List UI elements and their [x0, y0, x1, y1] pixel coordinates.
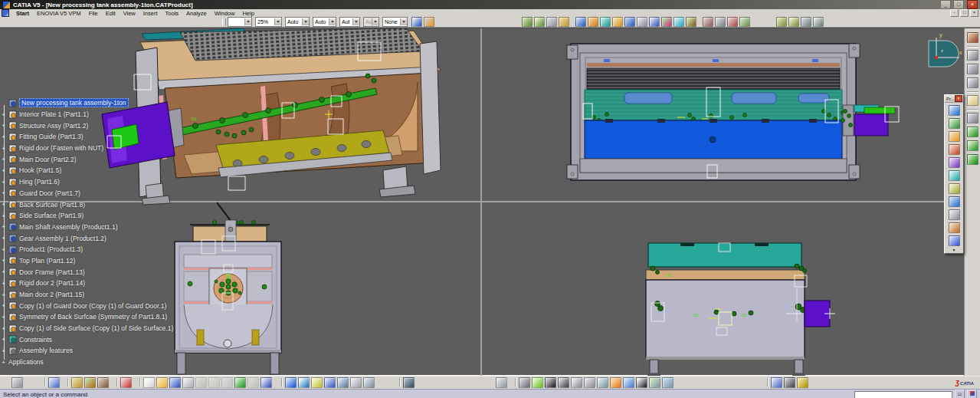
grid-icon[interactable] — [120, 377, 132, 388]
save-icon[interactable] — [169, 377, 181, 388]
tree-item-label[interactable]: Interior Plate 1 (Part1.1) — [19, 110, 89, 118]
tree-item[interactable]: +Door Frame (Part1.13) — [0, 266, 173, 278]
menu-help[interactable]: Help — [238, 10, 257, 17]
fly-mode-icon[interactable] — [967, 32, 978, 43]
table-view-icon[interactable] — [649, 17, 660, 27]
drop-icon[interactable] — [600, 17, 611, 27]
design-table-icon[interactable] — [324, 377, 336, 388]
menu-file[interactable]: File — [85, 10, 102, 17]
tree-item-label[interactable]: Main Door (Part2.2) — [19, 156, 77, 163]
orange-box-icon[interactable] — [588, 17, 598, 27]
tree-item-label[interactable]: Guard Door (Part1.7) — [19, 189, 80, 197]
tree-item[interactable]: +Side Surface (Part1.9) — [0, 210, 173, 222]
update-icon[interactable] — [496, 377, 507, 388]
selective-load-icon[interactable] — [949, 209, 960, 220]
fly-through-icon[interactable] — [519, 377, 530, 388]
tree-item[interactable]: +Main door 2 (Part1.15) — [0, 289, 173, 301]
tree-expand-icon[interactable]: + — [1, 347, 6, 354]
help-what-icon[interactable] — [261, 377, 272, 388]
chevron-down-icon[interactable] — [352, 18, 359, 25]
pen-icon[interactable] — [575, 17, 586, 27]
minimize-button[interactable]: _ — [940, 0, 951, 9]
fit-all-in-icon[interactable] — [532, 377, 543, 388]
tree-item[interactable]: +Top Plan (Part1.12) — [0, 255, 173, 267]
tree-item[interactable]: +Hook (Part1.5) — [0, 165, 173, 176]
multi-view-2-icon[interactable] — [662, 377, 674, 388]
tree-item-label[interactable]: Copy (1) of Guard Door (Copy (1) of Guar… — [19, 302, 166, 310]
rotate-icon[interactable] — [558, 377, 569, 388]
browser-icon[interactable] — [534, 17, 545, 27]
cube-orange-icon[interactable] — [610, 377, 621, 388]
tree-expand-icon[interactable]: + — [1, 268, 6, 275]
tree-item[interactable]: +Hing (Part1.6) — [0, 176, 173, 188]
formula-icon[interactable] — [285, 377, 297, 388]
tree-expand-icon[interactable]: + — [1, 189, 6, 196]
named-view-1-icon[interactable] — [967, 50, 978, 61]
tree-expand-icon[interactable]: + — [1, 133, 6, 140]
existing-positioned-icon[interactable] — [949, 157, 960, 168]
expand-status-button[interactable]: ⊡ — [955, 390, 965, 398]
maximize-button[interactable]: □ — [953, 0, 964, 9]
print-icon[interactable] — [182, 377, 194, 388]
manage-representations-icon[interactable] — [949, 222, 960, 233]
isometric-cube-icon[interactable] — [623, 377, 634, 388]
palette-title-bar[interactable]: Pr... × — [945, 95, 963, 103]
person-icon[interactable] — [97, 377, 109, 388]
cut-icon[interactable] — [195, 377, 207, 388]
select-cursor-icon[interactable] — [967, 95, 978, 106]
measure-icon[interactable] — [771, 377, 782, 388]
graph-tree-reorder-icon[interactable] — [949, 183, 960, 194]
tree-item-label[interactable]: Structure Assy (Part1.2) — [19, 122, 88, 130]
tree-expand-icon[interactable]: + — [1, 223, 6, 230]
tree-item-label[interactable]: Top Plan (Part1.12) — [19, 257, 75, 265]
tree-item[interactable]: +Interior Plate 1 (Part1.1) — [0, 109, 173, 120]
wizard-brush-icon[interactable] — [424, 17, 434, 27]
tree-item-label[interactable]: Back Surfcae (Part1.8) — [19, 201, 85, 209]
viewport-front-model[interactable] — [175, 202, 281, 374]
walk-green-3-icon[interactable] — [967, 154, 978, 165]
tree-item-label[interactable]: Constraints — [19, 336, 52, 344]
chevron-down-icon[interactable] — [400, 18, 407, 25]
tree-item[interactable]: +Rigid door (Fasten with NUT) — [0, 143, 173, 154]
tree-item[interactable]: +Product1 (Product1.3) — [0, 244, 173, 255]
tree-expand-icon[interactable]: + — [1, 325, 6, 332]
tree-item[interactable]: +Symmetry of Back Surfcae (Symmetry of P… — [0, 311, 173, 323]
tree-expand-icon[interactable]: + — [1, 179, 6, 186]
viewport-rear-model[interactable]: -50 -50 -50 — [646, 243, 835, 376]
view-compass[interactable]: y x z — [929, 32, 962, 67]
tree-expand-icon[interactable]: + — [1, 212, 6, 219]
tree-item[interactable]: +Main Door (Part2.2) — [0, 153, 173, 165]
knowledge-status-button[interactable] — [967, 390, 977, 398]
tree-expand-icon[interactable]: + — [1, 280, 6, 287]
zoom-in-icon[interactable] — [571, 377, 582, 388]
named-view-3-icon[interactable] — [967, 77, 978, 88]
chevron-down-icon[interactable] — [244, 18, 251, 25]
bulb-icon[interactable] — [311, 377, 323, 388]
tree-expand-icon[interactable]: + — [1, 111, 6, 118]
shading-cube-icon[interactable] — [636, 377, 647, 388]
walk-green-1-icon[interactable] — [967, 127, 978, 137]
tree-expand-icon[interactable]: + — [1, 201, 6, 208]
tree-item[interactable]: New processing tank assembly-1ton — [0, 97, 173, 109]
tree-expand-icon[interactable]: + — [1, 314, 6, 321]
tree-expand-icon[interactable]: + — [1, 302, 6, 309]
tree-expand-icon[interactable]: + — [1, 359, 6, 366]
leaf-icon[interactable] — [739, 17, 750, 27]
named-view-2-icon[interactable] — [967, 64, 978, 74]
chevron-down-icon[interactable] — [274, 18, 281, 25]
globe-catalog-icon[interactable] — [71, 377, 83, 388]
tree-expand-icon[interactable]: + — [1, 235, 6, 242]
existing-component-icon[interactable] — [949, 144, 960, 155]
lock-icon[interactable] — [350, 377, 362, 388]
undo-icon[interactable] — [234, 377, 246, 388]
child-restore-button[interactable]: □ — [960, 9, 969, 17]
tree-item[interactable]: +Copy (1) of Side Surface (Copy (1) of S… — [0, 323, 173, 334]
menu-window[interactable]: Window — [211, 10, 239, 17]
tree-item-label[interactable]: Hook (Part1.5) — [19, 166, 61, 174]
normal-view-icon[interactable] — [597, 377, 608, 388]
tree-expand-icon[interactable]: + — [1, 291, 6, 298]
chevron-down-icon[interactable] — [302, 18, 309, 25]
tree-item-label[interactable]: Rigid door (Fasten with NUT) — [19, 144, 103, 152]
chevron-down-icon[interactable] — [372, 18, 379, 25]
menu-view[interactable]: View — [120, 10, 139, 17]
